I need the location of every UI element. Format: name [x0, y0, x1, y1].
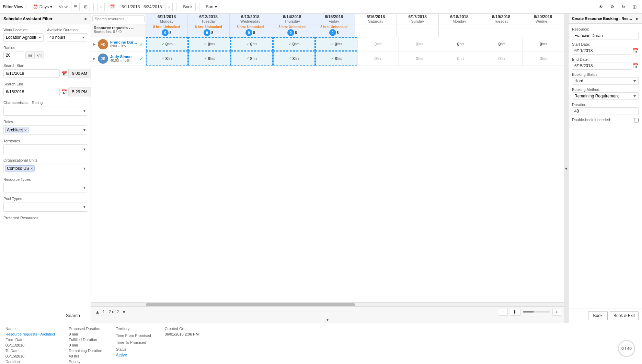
avail-col-9: [522, 24, 564, 37]
pause-btn[interactable]: ⏸: [510, 308, 521, 316]
day-cell-judy-2[interactable]: ✓ 8 hrs: [231, 51, 273, 66]
day-cell-francine-6[interactable]: 0 hrs: [399, 37, 440, 51]
resource-name-judy: Judy Simon: [110, 55, 137, 59]
day-cell-judy-8[interactable]: 0 hrs: [481, 51, 523, 66]
day-cell-francine-3[interactable]: ✓ 8 hrs: [273, 37, 315, 51]
search-resources-input[interactable]: [92, 15, 145, 22]
preferred-resources-group: Preferred Resources: [3, 216, 87, 220]
start-date-input[interactable]: [572, 47, 631, 55]
characteristics-dropdown-icon[interactable]: ▾: [83, 108, 85, 113]
filter-collapse-btn[interactable]: ◄: [83, 16, 87, 21]
h-scrollbar-thumb[interactable]: [146, 303, 355, 306]
expand-icon-judy[interactable]: ▶: [93, 57, 96, 60]
roles-dropdown-icon[interactable]: ▾: [83, 128, 85, 132]
day-cell-francine-9[interactable]: 8 hrs: [523, 37, 564, 51]
search-end-date-input[interactable]: [3, 88, 60, 96]
day-cell-judy-9[interactable]: 0 hrs: [523, 51, 564, 66]
booking-status-select[interactable]: Hard: [572, 77, 639, 85]
start-date-calendar-icon[interactable]: 📅: [633, 48, 639, 54]
day-cell-francine-1[interactable]: ✓ 8 hrs: [188, 37, 230, 51]
search-btn[interactable]: Search: [59, 311, 87, 320]
duration-input[interactable]: [572, 107, 639, 115]
page-down-btn[interactable]: ▼: [120, 308, 128, 315]
days-dropdown-btn[interactable]: ⏰ Days ▾: [30, 3, 55, 11]
day-cell-judy-4[interactable]: ✓ 8 hrs: [315, 51, 357, 66]
schedule-body: ▶ FD Francine Duran 0:00 ○ 0% ✓ ✓ 8 hrs: [91, 37, 564, 302]
day-cell-francine-7[interactable]: 8 hrs: [440, 37, 481, 51]
watch-btn[interactable]: 👁: [596, 3, 606, 11]
day-cell-francine-0[interactable]: ✓ 8 hrs: [146, 37, 188, 51]
filter-panel: Schedule Assistant Filter ◄ Work Locatio…: [0, 14, 91, 323]
radius-input[interactable]: [3, 51, 24, 59]
search-end-time-select[interactable]: 5:29 PM: [68, 87, 91, 96]
day-cell-judy-0[interactable]: ✓ 8 hrs: [146, 51, 188, 66]
date-col-8: 6/19/2018 Tuesday: [480, 14, 522, 24]
day-cell-francine-5[interactable]: 0 hrs: [357, 37, 399, 51]
grid-view-btn[interactable]: ⊞: [82, 3, 90, 11]
day-cell-judy-5[interactable]: 0 hrs: [357, 51, 399, 66]
available-duration-select[interactable]: 40 hours: [47, 33, 87, 42]
search-start-time-select[interactable]: 9:00 AM: [68, 69, 91, 78]
bottom-name-value[interactable]: Resource requests - Architect: [5, 332, 55, 336]
territories-dropdown-icon[interactable]: ▾: [83, 147, 85, 152]
refresh-btn[interactable]: ↻: [619, 3, 628, 11]
end-date-calendar-icon[interactable]: 📅: [633, 63, 639, 69]
hours-num: 8: [335, 42, 337, 47]
org-units-tag-remove-btn[interactable]: ✕: [30, 167, 33, 171]
h-scrollbar[interactable]: [91, 302, 564, 306]
double-book-label: Double-book if needed:: [572, 118, 633, 122]
pool-types-dropdown-icon[interactable]: ▾: [83, 204, 85, 209]
radius-mi-btn[interactable]: mi: [25, 51, 34, 59]
details-toggle-btn[interactable]: ◫: [630, 3, 639, 11]
day-cell-judy-7[interactable]: 0 hrs: [440, 51, 481, 66]
search-start-calendar-icon[interactable]: 📅: [61, 71, 67, 76]
bottom-col-territory: Territory Time From Promised Time To Pro…: [116, 327, 151, 357]
resource-requests-label: Resource requests - ...: [94, 26, 143, 30]
radius-km-btn[interactable]: km: [34, 51, 44, 59]
bottom-time-from-promised-label: Time From Promised: [116, 333, 151, 338]
gear-icon: ⚙: [610, 4, 614, 9]
search-end-calendar-icon[interactable]: 📅: [61, 89, 67, 95]
double-book-checkbox[interactable]: [634, 118, 639, 122]
zoom-out-btn[interactable]: −: [499, 308, 508, 316]
day-cell-judy-6[interactable]: 0 hrs: [399, 51, 440, 66]
bottom-proposed-duration-label: Proposed Duration: [69, 327, 102, 331]
prev-date-btn[interactable]: ‹: [97, 3, 105, 11]
right-panel-expand-icon[interactable]: ▶: [636, 17, 639, 21]
zoom-in-btn[interactable]: +: [552, 308, 561, 316]
roles-tag-architect: Architect ✕: [5, 127, 28, 133]
org-units-dropdown-icon[interactable]: ▾: [83, 166, 85, 171]
roles-tag-remove-btn[interactable]: ✕: [24, 128, 27, 132]
characteristics-group: Characteristics - Rating ▾: [3, 101, 87, 116]
bottom-collapse-toggle[interactable]: ▼: [91, 317, 564, 323]
day-cell-judy-1[interactable]: ✓ 8 hrs: [188, 51, 230, 66]
view-label: View: [59, 4, 68, 9]
calendar-btn[interactable]: 📅: [107, 3, 118, 11]
book-btn-toolbar[interactable]: Book: [180, 3, 195, 11]
day-cell-francine-4[interactable]: ✓ 8 hrs: [315, 37, 357, 51]
book-exit-btn[interactable]: Book & Exit: [610, 311, 639, 320]
day-cell-francine-2[interactable]: ✓ 8 hrs: [231, 37, 273, 51]
resource-sub-francine: 0:00 ○ 0%: [110, 44, 137, 48]
check-icon: ✓: [288, 56, 291, 61]
search-start-date-input[interactable]: [3, 69, 60, 78]
available-duration-label: Available Duration: [47, 28, 87, 32]
work-location-select[interactable]: Location Agnostic: [3, 33, 44, 42]
right-panel-content: Resource: Francine Duran Start Date: 📅 E…: [569, 24, 642, 308]
booking-method-select[interactable]: Remaining Requirement: [572, 92, 639, 100]
page-up-btn[interactable]: ▲: [94, 308, 101, 315]
list-view-btn[interactable]: ☰: [71, 3, 80, 11]
preferred-resources-label: Preferred Resources: [3, 216, 87, 220]
day-cell-francine-8[interactable]: 8 hrs: [481, 37, 523, 51]
resource-types-dropdown-icon[interactable]: ▾: [83, 185, 85, 190]
end-date-input[interactable]: [572, 62, 631, 70]
book-btn[interactable]: Book: [588, 311, 608, 320]
right-panel-collapse-handle[interactable]: ◄: [564, 14, 568, 323]
expand-icon-francine[interactable]: ▶: [93, 42, 96, 46]
next-date-btn[interactable]: ›: [165, 3, 173, 11]
settings-btn[interactable]: ⚙: [608, 3, 617, 11]
bottom-status-value[interactable]: Active: [116, 353, 151, 357]
day-cell-judy-3[interactable]: ✓ 8 hrs: [273, 51, 315, 66]
hrs-label: hrs: [418, 42, 423, 46]
sort-btn[interactable]: Sort ▾: [203, 3, 220, 11]
